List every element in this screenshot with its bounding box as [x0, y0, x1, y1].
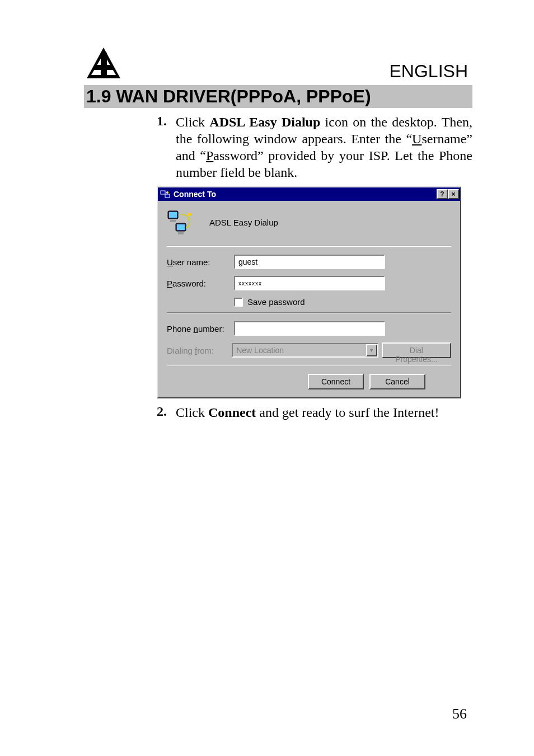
- label-text: rom:: [197, 346, 214, 355]
- label-text: ser name:: [173, 257, 210, 267]
- chevron-down-icon: ▼: [366, 344, 377, 356]
- divider: [167, 312, 451, 313]
- instructions-list-2: 2. Click Connect and get ready to surf t…: [84, 404, 472, 421]
- brand-logo: [84, 45, 123, 84]
- instructions-list: 1. Click ADSL Easy Dialup icon on the de…: [84, 114, 472, 181]
- close-button[interactable]: ×: [448, 189, 459, 199]
- cancel-button[interactable]: Cancel: [369, 374, 425, 389]
- dialog-top-row: ADSL Easy Dialup: [167, 209, 451, 236]
- text-bold: Connect: [208, 405, 256, 420]
- section-heading: 1.9 WAN DRIVER(PPPoA, PPPoE): [84, 85, 472, 108]
- connect-to-dialog: Connect To ? ×: [157, 186, 461, 398]
- svg-point-13: [188, 213, 191, 216]
- text-underline: U: [412, 132, 421, 146]
- svg-rect-12: [178, 232, 184, 234]
- password-input[interactable]: [234, 276, 385, 290]
- button-text: ial Properties...: [395, 346, 437, 364]
- mnemonic: P: [167, 279, 172, 288]
- mnemonic: S: [247, 297, 253, 307]
- mnemonic: n: [194, 324, 198, 334]
- embedded-screenshot: Connect To ? ×: [157, 186, 472, 398]
- divider: [167, 246, 451, 247]
- text-segment: and get ready to surf the Internet!: [256, 405, 439, 420]
- connect-button[interactable]: Connect: [308, 374, 364, 389]
- text-segment: Click: [176, 115, 209, 129]
- svg-rect-11: [177, 224, 185, 230]
- titlebar[interactable]: Connect To ? ×: [158, 187, 460, 201]
- svg-rect-5: [165, 194, 170, 198]
- dialog-title: Connect To: [174, 190, 437, 199]
- mnemonic: U: [167, 257, 173, 267]
- password-label: Password:: [167, 279, 234, 288]
- label-text: assword:: [172, 279, 206, 288]
- username-row: User name:: [167, 255, 451, 269]
- modem-icon: [167, 209, 196, 236]
- dialup-icon: [160, 189, 170, 199]
- username-label: User name:: [167, 257, 234, 267]
- text-segment: Click: [176, 405, 208, 420]
- svg-rect-4: [161, 191, 165, 194]
- language-label: ENGLISH: [390, 61, 472, 82]
- dial-properties-button: Dial Properties...: [382, 342, 451, 358]
- dialing-from-label: Dialing from:: [167, 346, 232, 355]
- document-header: ENGLISH: [84, 45, 472, 84]
- instruction-number: 1.: [157, 114, 176, 181]
- text-underline: P: [206, 148, 213, 163]
- instruction-text: Click Connect and get ready to surf the …: [176, 404, 439, 421]
- instruction-item: 1. Click ADSL Easy Dialup icon on the de…: [157, 114, 472, 181]
- instruction-number: 2.: [157, 404, 176, 421]
- text-segment: assword” provided by your ISP. Let the P…: [176, 148, 472, 180]
- dialing-from-select: New Location ▼: [232, 343, 378, 358]
- label-text: umber:: [198, 324, 224, 334]
- svg-rect-3: [94, 65, 113, 70]
- label-text: ave password: [253, 297, 305, 307]
- instruction-item: 2. Click Connect and get ready to surf t…: [157, 404, 472, 421]
- password-row: Password:: [167, 276, 451, 290]
- dialog-body: ADSL Easy Dialup User name: Password: Sa…: [158, 201, 460, 397]
- save-password-label: Save password: [247, 297, 305, 307]
- svg-rect-8: [169, 212, 177, 218]
- save-password-row: Save password: [234, 297, 451, 307]
- connection-name-label: ADSL Easy Dialup: [209, 218, 278, 227]
- mnemonic: D: [410, 346, 415, 355]
- svg-point-6: [166, 191, 168, 194]
- username-input[interactable]: [234, 255, 385, 269]
- select-value: New Location: [233, 346, 366, 355]
- instruction-text: Click ADSL Easy Dialup icon on the deskt…: [176, 114, 472, 181]
- label-text: Dialing: [167, 346, 195, 355]
- svg-rect-9: [170, 220, 176, 222]
- phone-number-input[interactable]: [234, 321, 385, 336]
- help-button[interactable]: ?: [437, 189, 448, 199]
- label-text: Phone: [167, 324, 194, 334]
- phone-number-row: Phone number:: [167, 321, 451, 336]
- dialog-footer: Connect Cancel: [167, 374, 451, 389]
- dialing-from-row: Dialing from: New Location ▼ Dial Proper…: [167, 342, 451, 358]
- divider: [167, 365, 451, 366]
- phone-number-label: Phone number:: [167, 324, 234, 334]
- save-password-checkbox[interactable]: [234, 298, 243, 307]
- page-number: 56: [452, 706, 467, 722]
- text-bold: ADSL Easy Dialup: [209, 115, 320, 129]
